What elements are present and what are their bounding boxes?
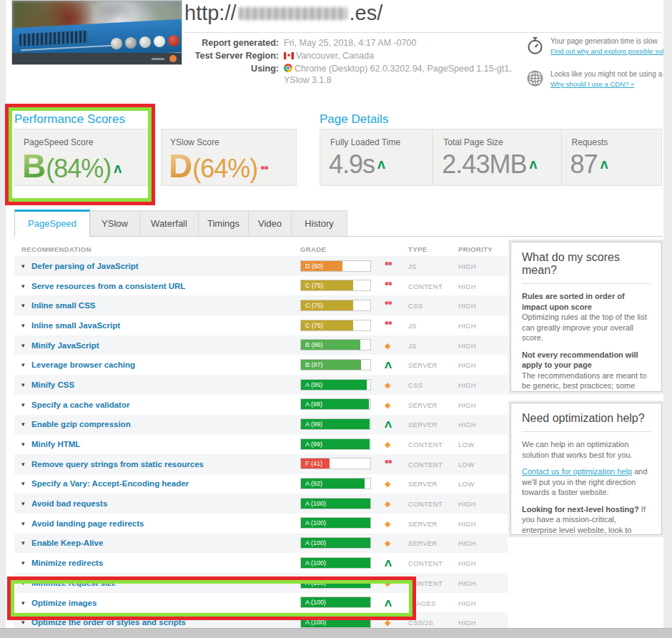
grade-bar-fill: F (41) xyxy=(301,458,330,468)
expand-caret-icon[interactable]: ▾ xyxy=(21,619,25,626)
expand-caret-icon[interactable]: ▾ xyxy=(21,500,25,507)
trend-indicator-icon: ◆ xyxy=(385,380,390,389)
recommendation-link[interactable]: Minimize request size xyxy=(31,579,116,587)
contact-us-link[interactable]: Contact us for optimization help xyxy=(522,467,632,476)
grade-bar-fill: C (75) xyxy=(301,300,353,310)
tab-history[interactable]: History xyxy=(292,210,347,237)
page-size-trend-icon: ᐱ xyxy=(529,160,536,171)
recommendation-row: ▾ Optimize images A (100) ᐱ IMAGES HIGH xyxy=(14,593,508,613)
divider xyxy=(522,283,651,284)
recommendation-link[interactable]: Optimize the order of styles and scripts xyxy=(31,618,186,627)
grade-bar: A (100) xyxy=(300,617,371,628)
trend-indicator-icon: ◆ xyxy=(385,479,390,489)
recommendation-link[interactable]: Enable gzip compression xyxy=(31,420,131,428)
recommendation-link[interactable]: Specify a Vary: Accept-Encoding header xyxy=(31,479,189,488)
grade-bar-fill: B (86) xyxy=(301,340,360,350)
recommendation-row: ▾ Minify CSS A (95) ◆ CSS HIGH xyxy=(14,375,508,395)
recommendation-link[interactable]: Minify CSS xyxy=(31,381,74,389)
recommendation-link[interactable]: Enable Keep-Alive xyxy=(31,539,103,547)
page-title-url: http://.es/ xyxy=(184,1,382,25)
recommendation-link[interactable]: Minify JavaScript xyxy=(31,341,99,350)
expand-caret-icon[interactable]: ▾ xyxy=(21,539,25,546)
grade-bar-fill: D (60) xyxy=(301,261,342,271)
cdn-notice: Looks like you might not be using a CDN … xyxy=(525,69,663,89)
recommendation-link[interactable]: Inline small JavaScript xyxy=(31,321,120,330)
grade-bar-fill: A (100) xyxy=(301,499,370,509)
help-paragraph: We can help in an optimization solution … xyxy=(522,439,651,460)
recommendation-link[interactable]: Avoid bad requests xyxy=(31,499,107,508)
type-cell: CONTENT xyxy=(408,282,443,290)
expand-caret-icon[interactable]: ▾ xyxy=(21,282,25,289)
tab-video[interactable]: Video xyxy=(249,210,292,237)
recommendation-link[interactable]: Leverage browser caching xyxy=(31,360,135,369)
recommendation-row: ▾ Avoid landing page redirects A (100) ◆… xyxy=(14,514,508,534)
expand-caret-icon[interactable]: ▾ xyxy=(21,599,25,606)
recommendation-link[interactable]: Optimize images xyxy=(31,599,97,607)
type-cell: SERVER xyxy=(408,539,438,547)
pagespeed-score-label: PageSpeed Score xyxy=(24,137,93,147)
expand-caret-icon[interactable]: ▾ xyxy=(21,361,25,368)
recommendation-row: ▾ Enable Keep-Alive A (100) ◆ SERVER HIG… xyxy=(14,534,508,554)
site-footer-button xyxy=(169,55,177,62)
expand-caret-icon[interactable]: ▾ xyxy=(21,381,25,388)
expand-caret-icon[interactable]: ▾ xyxy=(21,322,25,329)
report-tabs: PageSpeed YSlow Waterfall Timings Video … xyxy=(14,210,347,237)
priority-cell: HIGH xyxy=(458,381,476,388)
grade-bar: A (100) xyxy=(300,597,371,608)
grade-bar-fill: A (100) xyxy=(301,578,370,588)
expand-caret-icon[interactable]: ▾ xyxy=(21,421,25,428)
expand-caret-icon[interactable]: ▾ xyxy=(21,302,25,309)
expand-caret-icon[interactable]: ▾ xyxy=(21,401,25,408)
expand-caret-icon[interactable]: ▾ xyxy=(21,480,25,487)
grade-bar: C (75) xyxy=(300,280,371,291)
recommendation-row: ▾ Avoid bad requests A (100) ◆ CONTENT H… xyxy=(14,494,508,514)
priority-cell: HIGH xyxy=(458,341,476,349)
expand-caret-icon[interactable]: ▾ xyxy=(21,519,25,526)
using-text: Chrome (Desktop) 62.0.3202.94, PageSpeed… xyxy=(284,64,512,85)
col-header-recommendation: RECOMMENDATION xyxy=(21,245,92,253)
priority-cell: HIGH xyxy=(458,559,476,567)
grade-bar: D (60) xyxy=(300,260,371,272)
total-page-size-value: 2.43MBᐱ xyxy=(442,149,536,180)
tab-timings[interactable]: Timings xyxy=(199,210,249,237)
recommendation-link[interactable]: Serve resources from a consistent URL xyxy=(31,282,185,290)
expand-caret-icon[interactable]: ▾ xyxy=(21,441,25,448)
priority-cell: HIGH xyxy=(458,361,476,369)
tab-pagespeed[interactable]: PageSpeed xyxy=(14,210,90,237)
expand-caret-icon[interactable]: ▾ xyxy=(21,262,25,269)
recommendation-link[interactable]: Defer parsing of JavaScript xyxy=(31,262,139,270)
recommendation-link[interactable]: Avoid landing page redirects xyxy=(31,519,144,528)
type-cell: IMAGES xyxy=(408,599,436,607)
tab-yslow[interactable]: YSlow xyxy=(90,210,140,237)
recommendation-link[interactable]: Inline small CSS xyxy=(31,301,95,310)
grade-bar: A (99) xyxy=(300,418,371,430)
notice-link[interactable]: Find out why and explore possible soluti… xyxy=(550,46,663,57)
trend-indicator-icon: ◆ xyxy=(385,578,390,587)
performance-scores-title: Performance Scores xyxy=(14,112,125,127)
yslow-grade-percent: (64%) xyxy=(192,154,257,183)
expand-caret-icon[interactable]: ▾ xyxy=(21,460,25,467)
tab-waterfall[interactable]: Waterfall xyxy=(140,210,199,237)
recommendation-link[interactable]: Specify a cache validator xyxy=(31,401,129,409)
recommendation-link[interactable]: Minify HTML xyxy=(31,440,80,448)
site-screenshot-thumbnail[interactable] xyxy=(11,0,182,65)
site-social-icon xyxy=(154,36,165,47)
grade-bar: F (41) xyxy=(300,458,371,469)
trend-indicator-icon: ◆ xyxy=(385,400,390,409)
expand-caret-icon[interactable]: ▾ xyxy=(21,559,25,566)
recommendation-link[interactable]: Remove query strings from static resourc… xyxy=(31,460,204,468)
grade-bar-label: C (75) xyxy=(301,280,353,290)
notice-link[interactable]: Why should I use a CDN? » xyxy=(550,79,663,89)
grade-bar-label: A (100) xyxy=(301,617,370,627)
expand-caret-icon[interactable]: ▾ xyxy=(21,579,25,586)
col-header-type: TYPE xyxy=(408,245,427,253)
grade-bar-label: A (92) xyxy=(301,478,365,489)
expand-caret-icon[interactable]: ▾ xyxy=(21,341,25,348)
priority-cell: HIGH xyxy=(458,262,476,270)
test-server-row: Test Server Region: Vancouver, Canada xyxy=(184,50,520,62)
url-prefix: http:// xyxy=(184,1,237,24)
recommendation-link[interactable]: Minimize redirects xyxy=(31,559,103,567)
trend-indicator-icon: ◆ xyxy=(385,340,390,350)
priority-cell: HIGH xyxy=(458,579,476,587)
optimization-help-title: Need optimization help? xyxy=(522,412,651,425)
